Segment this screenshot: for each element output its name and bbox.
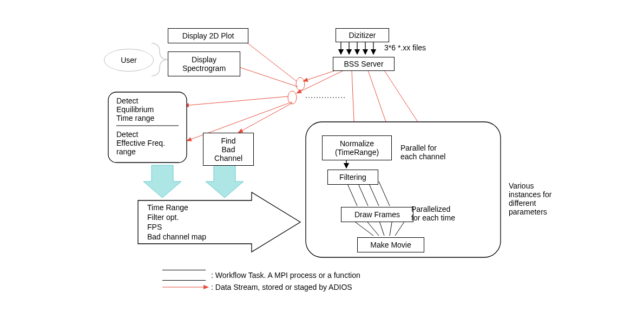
svg-line-12 <box>297 70 344 93</box>
task-label: Draw Frames <box>354 210 400 219</box>
svg-point-5 <box>296 77 305 90</box>
task-label: Normalize (TimeRange) <box>335 139 379 157</box>
task-filtering: Filtering <box>327 170 378 185</box>
task-label: Display 2D Plot <box>182 31 234 40</box>
param-fps: FPS <box>147 223 162 231</box>
task-label: Dizitizer <box>349 31 376 40</box>
legend-task-box <box>162 270 206 281</box>
task-label: BSS Server <box>344 60 383 68</box>
task-display-2d-plot: Display 2D Plot <box>168 28 248 43</box>
svg-line-8 <box>352 70 354 133</box>
svg-line-23 <box>379 181 390 206</box>
task-display-spectrogram: Display Spectrogram <box>168 51 240 76</box>
legend-stream-text: : Data Stream, stored or staged by ADIOS <box>211 283 352 291</box>
detect-equilibrium: Detect Equilibrium Time range <box>116 96 154 122</box>
task-normalize: Normalize (TimeRange) <box>322 135 392 160</box>
task-label: Display Spectrogram <box>182 55 226 73</box>
fat-arrow-2 <box>206 165 244 198</box>
parallel-channel-note: Parallel for each channel <box>400 144 445 161</box>
param-filter-opt: Filter opt. <box>147 213 179 222</box>
svg-line-22 <box>368 181 379 206</box>
svg-line-15 <box>184 96 288 106</box>
fat-arrow-1 <box>143 165 181 198</box>
svg-line-13 <box>241 38 297 81</box>
param-time-range: Time Range <box>147 203 188 212</box>
param-bad-channel-map: Bad channel map <box>147 232 206 241</box>
task-find-bad-channel: Find Bad Channel <box>203 133 254 166</box>
task-dizitizer: Dizitizer <box>336 28 389 42</box>
task-label: Filtering <box>339 173 366 181</box>
files-note: 3*6 *.xx files <box>384 43 426 52</box>
legend-task-text: : Workflow Task. A MPI process or a func… <box>211 271 360 280</box>
user-bubble: User <box>104 49 154 72</box>
detect-effective: Detect Effective Freq. range <box>116 130 165 156</box>
svg-line-17 <box>238 103 292 133</box>
task-bss-server: BSS Server <box>333 57 395 71</box>
svg-line-9 <box>368 70 390 133</box>
task-label: Find Bad Channel <box>214 137 242 163</box>
user-label: User <box>121 56 137 64</box>
task-draw-frames: Draw Frames <box>341 207 413 222</box>
side-note: Various instances for different paramete… <box>509 181 551 216</box>
svg-point-6 <box>288 91 297 104</box>
task-make-movie: Make Movie <box>357 237 424 252</box>
svg-line-10 <box>384 70 425 133</box>
parallel-time-note: Parallelized for each time <box>411 205 455 222</box>
svg-line-21 <box>357 181 368 206</box>
svg-line-11 <box>303 70 336 81</box>
svg-line-20 <box>346 181 357 206</box>
svg-line-14 <box>233 65 298 87</box>
task-label: Make Movie <box>370 241 411 249</box>
